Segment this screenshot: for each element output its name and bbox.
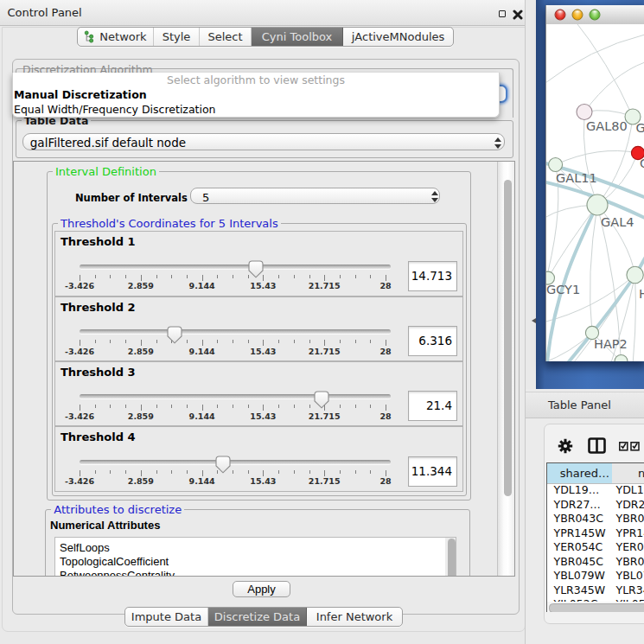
apply-button[interactable]: Apply bbox=[233, 581, 290, 597]
slider-major-tick bbox=[263, 405, 264, 411]
network-node[interactable] bbox=[615, 355, 628, 362]
table-cell[interactable]: YBR043C bbox=[554, 512, 603, 525]
network-node[interactable] bbox=[587, 194, 608, 215]
threshold-value-field[interactable]: 21.4 bbox=[408, 391, 457, 421]
slider-track[interactable] bbox=[80, 265, 391, 269]
tab-select[interactable]: Select bbox=[200, 28, 252, 46]
panel-scrollbar-thumb[interactable] bbox=[504, 180, 512, 496]
table-cell[interactable]: YBR045C bbox=[554, 555, 603, 568]
table-cell[interactable]: YLR345W bbox=[554, 583, 606, 596]
slider-thumb[interactable] bbox=[167, 326, 182, 344]
tab-discretize-data[interactable]: Discretize Data bbox=[208, 608, 307, 626]
zoom-traffic-light[interactable] bbox=[589, 10, 600, 21]
slider-minor-tick bbox=[294, 275, 295, 278]
tab-infer-network[interactable]: Infer Network bbox=[307, 608, 402, 626]
slider-major-tick bbox=[324, 275, 325, 281]
table-cell[interactable]: YBR045C bbox=[616, 555, 644, 568]
algorithm-option-manual[interactable]: Manual Discretization bbox=[13, 87, 500, 102]
columns-icon[interactable] bbox=[588, 437, 606, 454]
checkbox-icons[interactable] bbox=[619, 442, 640, 451]
network-edge[interactable] bbox=[590, 205, 597, 333]
network-window: GAL80GAGGAL11GAL4GCY1HHAP2 bbox=[545, 5, 644, 361]
numerical-attributes-list[interactable]: SelfLoopsTopologicalCoefficientBetweenne… bbox=[54, 537, 456, 577]
network-edge[interactable] bbox=[584, 62, 644, 112]
tab-style[interactable]: Style bbox=[154, 28, 200, 46]
network-window-titlebar[interactable] bbox=[546, 5, 644, 25]
combobox-stepper-icon bbox=[431, 191, 438, 202]
close-icon[interactable] bbox=[513, 10, 523, 20]
table-cell[interactable]: YDR27… bbox=[616, 498, 644, 511]
slider-minor-tick bbox=[340, 470, 341, 474]
tab-label: Style bbox=[163, 30, 191, 43]
table-cell[interactable]: YLR345W bbox=[616, 583, 644, 596]
table-cell[interactable]: YBR043C bbox=[616, 512, 644, 525]
tab-network[interactable]: Network bbox=[78, 28, 154, 46]
slider-scale-label: 21.715 bbox=[309, 347, 341, 356]
slider-track[interactable] bbox=[80, 329, 391, 334]
list-scrollbar[interactable] bbox=[445, 538, 456, 577]
network-node[interactable] bbox=[577, 105, 592, 120]
table-cell[interactable]: YPR145W bbox=[554, 526, 606, 539]
slider-track[interactable] bbox=[80, 394, 391, 399]
node-table[interactable]: shared…name YDL19…YDL19…YDR27…YDR27…YBR0… bbox=[546, 462, 644, 612]
tab-jactivemnodules[interactable]: jActiveMNodules bbox=[343, 28, 453, 46]
float-window-icon[interactable] bbox=[499, 10, 506, 17]
threshold-value-field[interactable]: 14.713 bbox=[408, 261, 457, 291]
table-cell[interactable]: YDL19… bbox=[554, 483, 600, 496]
slider-minor-tick bbox=[125, 405, 126, 408]
slider-minor-tick bbox=[309, 405, 310, 408]
slider-minor-tick bbox=[125, 275, 126, 278]
slider-thumb[interactable] bbox=[314, 391, 329, 409]
algorithm-prompt-item[interactable]: Select algorithm to view settings bbox=[13, 73, 499, 87]
table-column-header[interactable]: name bbox=[612, 463, 644, 484]
panel-scrollbar[interactable] bbox=[497, 162, 515, 576]
tab-cyni-toolbox[interactable]: Cyni Toolbox bbox=[252, 28, 343, 46]
slider-scale-label: 28 bbox=[379, 347, 391, 356]
network-edge[interactable] bbox=[546, 35, 644, 85]
table-panel-titlebar[interactable]: Table Panel bbox=[526, 392, 644, 418]
attribute-list-item[interactable]: SelfLoops bbox=[60, 541, 110, 555]
network-node[interactable] bbox=[627, 266, 643, 283]
minimize-traffic-light[interactable] bbox=[571, 10, 583, 21]
slider-minor-tick bbox=[340, 340, 341, 343]
close-traffic-light[interactable] bbox=[555, 10, 566, 21]
table-column-header[interactable]: shared… bbox=[547, 463, 614, 484]
slider-minor-tick bbox=[95, 470, 96, 474]
network-node-label: GA bbox=[636, 121, 644, 135]
slider-thumb[interactable] bbox=[248, 260, 264, 278]
list-scrollbar-thumb[interactable] bbox=[448, 539, 456, 577]
table-cell[interactable]: YER054C bbox=[616, 540, 644, 553]
network-edge[interactable] bbox=[556, 150, 638, 164]
algorithm-option-equal-width[interactable]: Equal Width/Frequency Discretization bbox=[13, 102, 500, 117]
threshold-value-field[interactable]: 6.316 bbox=[408, 326, 457, 356]
splitter-collapse-icon[interactable] bbox=[532, 318, 536, 323]
table-cell[interactable]: YBL079W bbox=[616, 569, 644, 582]
slider-major-tick bbox=[386, 405, 386, 411]
slider-scale-label: 2.859 bbox=[128, 281, 154, 290]
threshold-value-field[interactable]: 11.344 bbox=[408, 456, 457, 487]
numerical-attributes-label: Numerical Attributes bbox=[50, 519, 160, 532]
table-cell[interactable]: YPR145W bbox=[616, 526, 644, 539]
slider-minor-tick bbox=[171, 405, 172, 408]
table-data-combobox[interactable]: galFiltered.sif default node bbox=[22, 133, 505, 150]
network-edge[interactable] bbox=[548, 205, 597, 278]
tab-impute-data[interactable]: Impute Data bbox=[125, 608, 208, 626]
slider-thumb[interactable] bbox=[215, 456, 231, 474]
table-cell[interactable]: YBL079W bbox=[554, 569, 605, 582]
table-cell[interactable]: YDL19… bbox=[616, 483, 644, 496]
attribute-list-item[interactable]: BetweennessCentrality bbox=[60, 569, 175, 577]
attribute-list-item[interactable]: TopologicalCoefficient bbox=[60, 555, 169, 569]
control-panel-titlebar[interactable]: Control Panel bbox=[0, 0, 526, 26]
network-canvas[interactable]: GAL80GAGGAL11GAL4GCY1HHAP2 bbox=[546, 24, 644, 361]
number-of-intervals-combobox[interactable]: 5 bbox=[190, 188, 440, 204]
network-edge[interactable] bbox=[572, 24, 633, 117]
table-cell[interactable]: YER054C bbox=[554, 540, 603, 553]
network-edge[interactable] bbox=[546, 333, 592, 361]
network-node[interactable] bbox=[549, 158, 563, 172]
slider-track[interactable] bbox=[80, 460, 391, 464]
gear-icon[interactable] bbox=[558, 438, 573, 454]
table-hscrollbar[interactable] bbox=[547, 602, 644, 612]
table-hscrollbar-thumb[interactable] bbox=[549, 603, 644, 612]
table-cell[interactable]: YDR27… bbox=[554, 498, 601, 511]
slider-minor-tick bbox=[233, 275, 233, 278]
